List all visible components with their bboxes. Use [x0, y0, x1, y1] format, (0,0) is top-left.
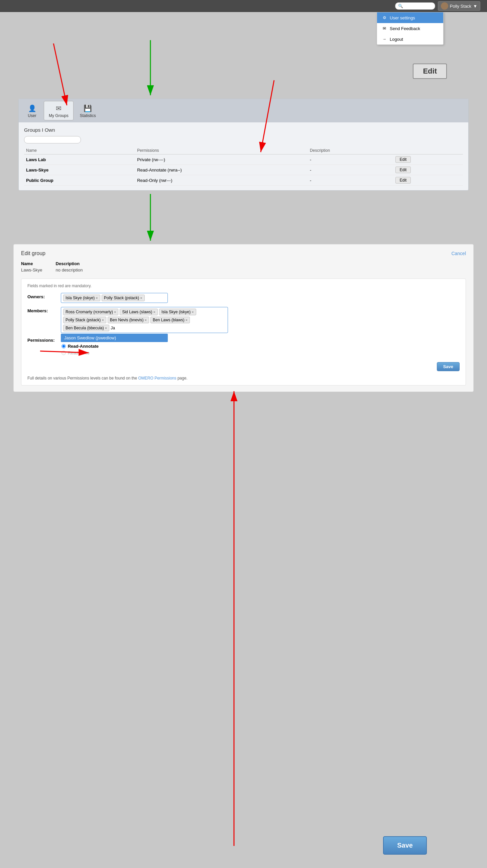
row-edit-button[interactable]: Edit: [395, 166, 411, 173]
member-tag-label: Ben Laws (blaws): [153, 318, 185, 322]
col-header-action: [393, 147, 463, 154]
dropdown-user-settings-label: User settings: [390, 16, 415, 21]
member-tag-remove[interactable]: ×: [145, 318, 147, 322]
edit-group-panel: Edit group Cancel Name Laws-Skye Descrip…: [13, 244, 474, 392]
owner-tag-remove[interactable]: ×: [96, 296, 98, 300]
groups-content: Groups I Own Name Permissions Descriptio…: [19, 122, 468, 190]
edit-group-meta: Name Laws-Skye Description no descriptio…: [21, 261, 466, 273]
my-groups-tab-icon: ✉: [54, 103, 64, 113]
dropdown-item-user-settings[interactable]: ⚙ User settings: [377, 12, 443, 23]
owner-tag: Polly Stack (pstack)×: [102, 294, 145, 301]
cell-edit: Edit: [393, 175, 463, 186]
tab-my-groups[interactable]: ✉ My Groups: [44, 101, 73, 120]
feedback-icon: ✉: [382, 26, 387, 31]
member-tag: Ben Laws (blaws)×: [151, 317, 190, 323]
col-header-name: Name: [24, 147, 135, 154]
member-tag: Isla Skye (iskye)×: [159, 309, 196, 315]
member-tag-remove[interactable]: ×: [102, 318, 104, 322]
owners-tag-field[interactable]: Isla Skye (iskye)×Polly Stack (pstack)×: [61, 293, 168, 303]
member-tag-remove[interactable]: ×: [114, 310, 116, 314]
svg-line-2: [54, 43, 67, 105]
member-tag: Sid Laws (slaws)×: [120, 309, 157, 315]
cell-description: -: [308, 175, 393, 186]
radio-read-write[interactable]: [62, 351, 66, 355]
radio-label-read-write: Read-Write: [68, 350, 90, 355]
user-button[interactable]: Polly Stack ▼: [438, 1, 480, 11]
owner-tag-label: Polly Stack (pstack): [104, 296, 139, 300]
member-tag-remove[interactable]: ×: [186, 318, 188, 322]
cell-edit: Edit: [393, 165, 463, 175]
member-tag-label: Polly Stack (pstack): [66, 318, 101, 322]
col-header-description: Description: [308, 147, 393, 154]
col-header-permissions: Permissions: [135, 147, 308, 154]
member-tag-remove[interactable]: ×: [105, 326, 107, 330]
radio-read-annotate[interactable]: [62, 344, 66, 348]
meta-description-value: no description: [56, 268, 83, 273]
radio-option-read-write[interactable]: Read-Write: [62, 350, 99, 355]
members-search-input[interactable]: [111, 326, 226, 330]
edit-group-title: Edit group: [21, 250, 45, 256]
member-tag-remove[interactable]: ×: [153, 310, 155, 314]
meta-description-label: Description: [56, 261, 83, 266]
dropdown-item-send-feedback[interactable]: ✉ Send Feedback: [377, 23, 443, 34]
logout-icon: →: [382, 36, 387, 42]
tab-user[interactable]: 👤 User: [22, 101, 42, 120]
autocomplete-dropdown[interactable]: Jason Swedlow (jswedlow): [61, 334, 168, 342]
groups-panel: 👤 User ✉ My Groups 💾 Statistics Groups I…: [19, 99, 468, 191]
cell-description: -: [308, 154, 393, 165]
owners-label: Owners:: [27, 293, 54, 299]
form-footer: Full details on various Permissions leve…: [27, 376, 460, 380]
dropdown-menu: ⚙ User settings ✉ Send Feedback → Logout: [377, 12, 444, 45]
dropdown-item-logout[interactable]: → Logout: [377, 34, 443, 44]
edit-group-header: Edit group Cancel: [21, 250, 466, 256]
member-tag: Ross Cromarty (rcromarty)×: [63, 309, 118, 315]
save-button[interactable]: Save: [437, 362, 460, 371]
save-button-bottom[interactable]: Save: [383, 836, 427, 855]
permissions-label: Permissions:: [27, 337, 55, 343]
groups-table: Name Permissions Description Laws Lab Pr…: [24, 147, 463, 186]
footer-text-after: page.: [176, 376, 188, 380]
cell-permissions: Read-Only (rwr---): [135, 175, 308, 186]
dropdown-feedback-label: Send Feedback: [390, 26, 420, 31]
member-tag: Ben Becula (bbecula)×: [63, 325, 109, 331]
tab-user-label: User: [28, 113, 36, 118]
owner-tag-remove[interactable]: ×: [140, 296, 142, 300]
cell-name: Laws-Skye: [24, 165, 135, 175]
meta-name-block: Name Laws-Skye: [21, 261, 42, 273]
search-box-top[interactable]: 🔍: [395, 2, 435, 10]
row-edit-button[interactable]: Edit: [395, 177, 411, 184]
owner-tag: Isla Skye (iskye)×: [63, 294, 100, 301]
members-tag-field[interactable]: Ross Cromarty (rcromarty)×Sid Laws (slaw…: [61, 307, 228, 333]
member-tag-label: Isla Skye (iskye): [161, 310, 191, 314]
top-bar-right: 🔍 Polly Stack ▼: [395, 1, 480, 11]
owners-row: Owners: Isla Skye (iskye)×Polly Stack (p…: [27, 293, 460, 303]
owner-tag-label: Isla Skye (iskye): [66, 296, 95, 300]
user-name: Polly Stack: [450, 4, 471, 9]
radio-label-read-annotate: Read-Annotate: [68, 344, 99, 349]
member-tag-remove[interactable]: ×: [192, 310, 194, 314]
edit-button-top[interactable]: Edit: [413, 64, 447, 79]
tab-statistics[interactable]: 💾 Statistics: [75, 101, 101, 120]
cell-name: Laws Lab: [24, 154, 135, 165]
omero-permissions-link[interactable]: OMERO Permissions: [138, 376, 176, 380]
groups-search-input[interactable]: [24, 136, 81, 144]
settings-icon: ⚙: [382, 15, 387, 21]
cancel-button[interactable]: Cancel: [451, 251, 466, 256]
member-tag-label: Ben Nevis (bnevis): [110, 318, 144, 322]
user-tab-icon: 👤: [27, 103, 37, 113]
groups-tabs: 👤 User ✉ My Groups 💾 Statistics: [19, 99, 468, 122]
meta-name-label: Name: [21, 261, 42, 266]
radio-option-read-annotate[interactable]: Read-Annotate: [62, 344, 99, 349]
top-bar: 🔍 Polly Stack ▼ ⚙ User settings ✉ Send F…: [0, 0, 487, 12]
cell-edit: Edit: [393, 154, 463, 165]
member-tag-label: Ross Cromarty (rcromarty): [66, 310, 113, 314]
table-row: Laws Lab Private (rw----) - Edit: [24, 154, 463, 165]
row-edit-button[interactable]: Edit: [395, 156, 411, 163]
statistics-tab-icon: 💾: [83, 103, 93, 113]
tab-my-groups-label: My Groups: [49, 113, 68, 118]
member-tag: Ben Nevis (bnevis)×: [108, 317, 149, 323]
member-tag-label: Sid Laws (slaws): [122, 310, 152, 314]
meta-name-value: Laws-Skye: [21, 268, 42, 273]
members-label: Members:: [27, 307, 54, 313]
footer-text-before: Full details on various Permissions leve…: [27, 376, 138, 380]
